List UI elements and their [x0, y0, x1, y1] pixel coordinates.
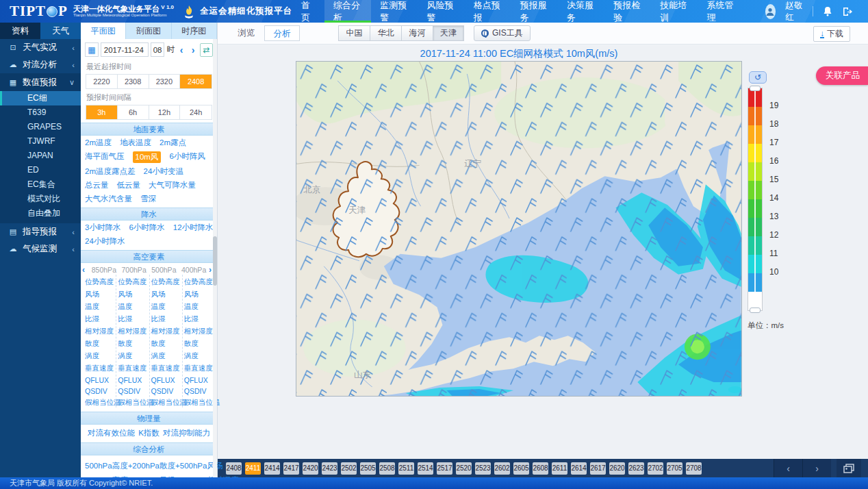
date-field[interactable]: 2017-11-24 — [101, 42, 149, 57]
view-mode-tab[interactable]: 分析 — [264, 25, 300, 41]
surface-element-button[interactable]: 地表温度 — [120, 138, 151, 148]
sidebar-subitem[interactable]: 自由叠加 — [0, 206, 81, 221]
region-button[interactable]: 海河 — [401, 25, 433, 41]
sidebar-item-convection[interactable]: ☁ 对流分析 ‹ — [0, 56, 81, 73]
sidebar-subitem[interactable]: T639 — [0, 105, 81, 120]
nav-item[interactable]: 预报检验 — [604, 0, 651, 23]
levels-left-arrow[interactable]: ‹ — [82, 265, 89, 275]
init-time-button[interactable]: 2408 — [180, 75, 212, 88]
legend-reset-button[interactable]: ↺ — [749, 71, 767, 84]
sidebar-subitem[interactable]: ED — [0, 163, 81, 177]
interval-button[interactable]: 24h — [180, 105, 212, 119]
upper-element-button[interactable]: 假相当位温 — [85, 398, 116, 408]
upper-element-button[interactable]: 散度 — [151, 339, 182, 349]
upper-element-button[interactable]: QFLUX — [184, 376, 216, 384]
sidebar-tab-data[interactable]: 资料 — [0, 23, 40, 39]
nav-item[interactable]: 预报服务 — [511, 0, 558, 23]
upper-element-button[interactable]: 涡度 — [85, 351, 116, 361]
surface-element-button[interactable]: 大气水汽含量 — [85, 194, 132, 204]
timeline-step-button[interactable]: 2620 — [609, 462, 625, 475]
init-time-button[interactable]: 2220 — [86, 75, 118, 88]
upper-element-button[interactable]: 相对湿度 — [85, 327, 116, 336]
timeline-prev-button[interactable]: ‹ — [774, 459, 802, 477]
nav-item[interactable]: 综合分析 — [324, 0, 371, 23]
upper-element-button[interactable]: QFLUX — [85, 376, 116, 384]
init-time-button[interactable]: 2320 — [149, 75, 181, 88]
timeline-step-button[interactable]: 2608 — [533, 462, 548, 475]
animation-frames-icon[interactable] — [837, 459, 861, 477]
tab-cross-section[interactable]: 剖面图 — [126, 23, 171, 39]
precip-element-button[interactable]: 12小时降水 — [173, 223, 214, 233]
upper-element-button[interactable]: 温度 — [118, 302, 149, 312]
timeline-step-button[interactable]: 2505 — [360, 462, 376, 475]
upper-element-button[interactable]: QSDIV — [151, 387, 182, 395]
sidebar-subitem[interactable]: JAPAN — [0, 149, 81, 163]
timeline-step-button[interactable]: 2508 — [379, 462, 395, 475]
upper-element-button[interactable]: 涡度 — [184, 351, 216, 361]
upper-element-button[interactable]: 假相当位温 — [151, 398, 182, 408]
timeline-step-button[interactable]: 2617 — [590, 462, 606, 475]
nav-item[interactable]: 系统管理 — [698, 0, 744, 23]
upper-element-button[interactable]: 温度 — [151, 302, 182, 312]
upper-element-button[interactable]: 风场 — [85, 290, 116, 299]
upper-element-button[interactable]: 位势高度 — [85, 277, 116, 287]
upper-element-button[interactable]: 温度 — [85, 302, 116, 312]
timeline-step-button[interactable]: 2520 — [456, 462, 472, 475]
upper-element-button[interactable]: 比湿 — [184, 314, 216, 324]
upper-element-button[interactable]: 比湿 — [85, 314, 116, 324]
tab-time-series[interactable]: 时序图 — [172, 23, 217, 39]
upper-element-button[interactable]: 风场 — [184, 290, 216, 299]
timeline-step-button[interactable]: 2502 — [341, 462, 357, 475]
upper-element-button[interactable]: 涡度 — [118, 351, 149, 361]
sidebar-item-numerical[interactable]: ▦ 数值预报 ∨ — [0, 73, 81, 91]
timeline-step-button[interactable]: 2702 — [648, 462, 663, 475]
timeline-step-button[interactable]: 2423 — [322, 462, 337, 475]
init-time-button[interactable]: 2308 — [118, 75, 149, 88]
surface-element-button[interactable]: 2m温度 — [85, 138, 112, 148]
surface-element-button[interactable]: 总云量 — [85, 180, 109, 190]
calendar-icon[interactable]: ▦ — [85, 42, 99, 57]
upper-element-button[interactable]: 相对湿度 — [151, 327, 182, 336]
upper-element-button[interactable]: QSDIV — [85, 387, 116, 395]
nav-item[interactable]: 监测预警 — [371, 0, 418, 23]
timeline-step-button[interactable]: 2611 — [552, 462, 567, 475]
sidebar-tab-weather[interactable]: 天气 — [40, 23, 81, 39]
hour-field[interactable]: 08 — [151, 42, 165, 57]
surface-element-button[interactable]: 10m风 — [133, 151, 162, 163]
swap-refresh-icon[interactable]: ⇄ — [200, 43, 213, 57]
timeline-step-button[interactable]: 2623 — [628, 462, 644, 475]
upper-element-button[interactable]: QSDIV — [184, 387, 216, 395]
sidebar-item-guidance[interactable]: ▤ 指导预报 ‹ — [0, 223, 81, 240]
sidebar-subitem[interactable]: EC细 — [0, 91, 81, 105]
timeline-step-button[interactable]: 2602 — [494, 462, 510, 475]
sidebar-subitem[interactable]: EC集合 — [0, 177, 81, 192]
timeline-step-button[interactable]: 2705 — [667, 462, 682, 475]
physics-element-button[interactable]: K指数 — [138, 428, 159, 438]
legend-slider-handle-top[interactable] — [750, 86, 761, 91]
upper-element-button[interactable]: 相对湿度 — [184, 327, 216, 336]
nav-item[interactable]: 决策服务 — [558, 0, 604, 23]
timeline-step-button[interactable]: 2408 — [226, 462, 242, 475]
timeline-next-button[interactable]: › — [802, 459, 831, 477]
nav-item[interactable]: 技能培训 — [651, 0, 698, 23]
region-button[interactable]: 天津 — [433, 25, 464, 41]
physics-element-button[interactable]: 对流抑制能力 — [163, 428, 210, 438]
precip-element-button[interactable]: 24小时降水 — [85, 236, 125, 247]
surface-element-button[interactable]: 大气可降水量 — [149, 180, 196, 190]
related-products-button[interactable]: 关联产品 — [816, 66, 868, 85]
upper-element-button[interactable]: 位势高度 — [151, 277, 182, 287]
upper-element-button[interactable]: 温度 — [184, 302, 216, 312]
upper-element-button[interactable]: 假相当位温 — [184, 398, 216, 408]
sidebar-subitem[interactable]: 模式对比 — [0, 192, 81, 206]
precip-element-button[interactable]: 3小时降水 — [85, 223, 120, 233]
upper-element-button[interactable]: QFLUX — [118, 376, 149, 384]
forecast-map[interactable]: 辽宁 北京 天津 山东 — [296, 61, 742, 397]
upper-element-button[interactable]: 垂直速度 — [118, 364, 149, 373]
interval-button[interactable]: 3h — [86, 105, 118, 119]
timeline-step-button[interactable]: 2523 — [475, 462, 491, 475]
upper-element-button[interactable]: 散度 — [184, 339, 216, 349]
upper-element-button[interactable]: 位势高度 — [118, 277, 149, 287]
download-button[interactable]: ↓ 下载 — [813, 26, 850, 42]
upper-element-button[interactable]: QSDIV — [118, 387, 149, 395]
timeline-step-button[interactable]: 2511 — [398, 462, 414, 475]
